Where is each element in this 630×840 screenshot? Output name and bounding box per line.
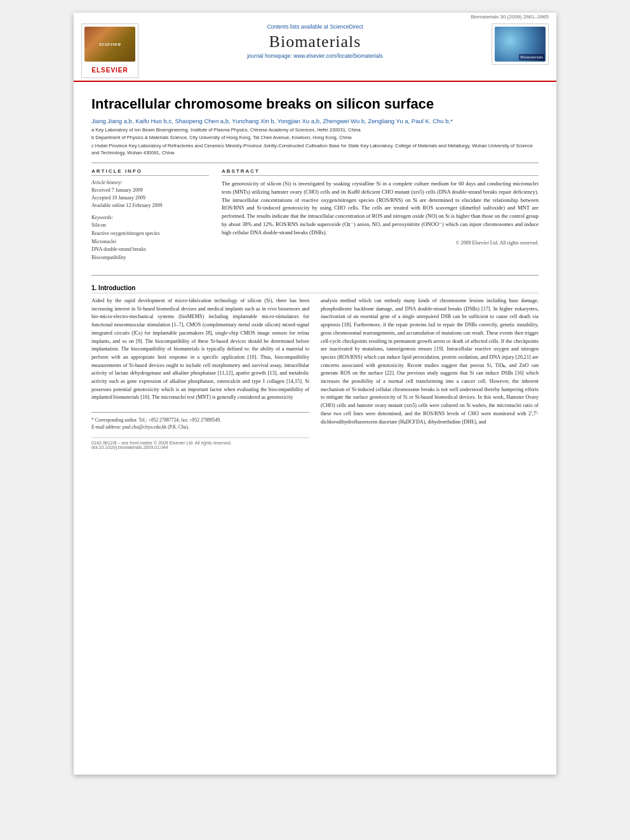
info-abstract-row: ARTICLE INFO Article history: Received 7… xyxy=(91,168,539,267)
keywords-list: Silicon Reactive oxygen/nitrogen species… xyxy=(91,222,209,262)
abstract-col: ABSTRACT The genotoxicity of silicon (Si… xyxy=(222,168,539,267)
abstract-text: The genotoxicity of silicon (Si) is inve… xyxy=(222,180,539,236)
affiliation-c: c Hubei Province Key Laboratory of Refra… xyxy=(91,142,539,157)
sciencedirect-prefix: Contents lists available at xyxy=(267,23,330,30)
affiliation-b: b Department of Physics & Materials Scie… xyxy=(91,134,539,141)
biomaterials-image: Biomaterials xyxy=(495,27,546,62)
journal-title-header: Biomaterials xyxy=(145,32,485,51)
keywords-group: Keywords: Silicon Reactive oxygen/nitrog… xyxy=(91,215,209,262)
journal-header: ELSEVIER ELSEVIER Contents lists availab… xyxy=(74,20,556,82)
keyword-2: Reactive oxygen/nitrogen species xyxy=(91,230,209,238)
keyword-5: Biocompatibility xyxy=(91,254,209,262)
divider-1 xyxy=(91,163,539,163)
biomaterials-logo-area: Biomaterials xyxy=(492,23,549,65)
biomaterials-img-label: Biomaterials xyxy=(519,54,544,60)
authors-text: Jiang Jiang a,b, Kaifu Huo b,c, Shaopeng… xyxy=(91,117,453,124)
authors: Jiang Jiang a,b, Kaifu Huo b,c, Shaopeng… xyxy=(91,117,539,124)
affiliation-a: a Key Laboratory of Ion Beam Bioengineer… xyxy=(91,126,539,133)
page: Biomaterials 30 (2009) 2661–2665 ELSEVIE… xyxy=(74,13,556,775)
copyright-line: © 2009 Elsevier Ltd. All rights reserved… xyxy=(222,240,539,246)
journal-id-text: Biomaterials 30 (2009) 2661–2665 xyxy=(471,14,549,20)
history-group: Article history: Received 7 January 2009… xyxy=(91,180,209,210)
intro-title-text: 1. Introduction xyxy=(91,284,135,291)
journal-homepage: journal homepage: www.elsevier.com/locat… xyxy=(145,53,485,59)
elsevier-image: ELSEVIER xyxy=(84,27,135,62)
journal-id: Biomaterials 30 (2009) 2661–2665 xyxy=(74,13,556,20)
keywords-label: Keywords: xyxy=(91,215,209,220)
intro-col1-paragraph: Aided by the rapid development of micro-… xyxy=(91,297,309,402)
keyword-1: Silicon xyxy=(91,222,209,230)
sciencedirect-line: Contents lists available at ScienceDirec… xyxy=(145,23,485,30)
intro-section-header: 1. Introduction xyxy=(91,284,539,293)
main-content: Intracellular chromosome breaks on silic… xyxy=(74,82,556,462)
accepted-date: Accepted 19 January 2009 xyxy=(91,194,209,202)
elsevier-logo-area: ELSEVIER ELSEVIER xyxy=(81,23,138,78)
two-col-body: Aided by the rapid development of micro-… xyxy=(91,297,539,450)
body-col-left: Aided by the rapid development of micro-… xyxy=(91,297,309,450)
keyword-3: Micronuclei xyxy=(91,238,209,246)
available-date: Available online 12 February 2009 xyxy=(91,202,209,210)
footer-area: 0142-9612/$ – see front matter © 2009 El… xyxy=(91,437,309,450)
footnote-area: * Corresponding author. Tel.: +852 27887… xyxy=(91,412,309,431)
article-info-col: ARTICLE INFO Article history: Received 7… xyxy=(91,168,209,267)
article-title: Intracellular chromosome breaks on silic… xyxy=(91,96,539,112)
divider-2 xyxy=(91,275,539,276)
elsevier-brand-text: ELSEVIER xyxy=(91,67,128,74)
footnote-star: * Corresponding author. Tel.: +852 27887… xyxy=(91,417,309,423)
footer-doi: doi:10.1016/j.biomaterials.2009.01.044 xyxy=(91,445,309,450)
abstract-label: ABSTRACT xyxy=(222,168,539,176)
intro-col2-paragraph: analysis method which can embody many ki… xyxy=(321,297,539,426)
body-col-right: analysis method which can embody many ki… xyxy=(321,297,539,450)
elsevier-brand: ELSEVIER xyxy=(84,63,135,75)
footer-issn: 0142-9612/$ – see front matter © 2009 El… xyxy=(91,441,309,445)
article-info-label: ARTICLE INFO xyxy=(91,168,209,176)
header-center: Contents lists available at ScienceDirec… xyxy=(138,23,492,59)
keyword-4: DNA double-strand breaks xyxy=(91,246,209,254)
intro-col2-text: analysis method which can embody many ki… xyxy=(321,297,539,426)
received-date: Received 7 January 2009 xyxy=(91,187,209,194)
sciencedirect-link-text[interactable]: ScienceDirect xyxy=(330,23,363,30)
affiliations: a Key Laboratory of Ion Beam Bioengineer… xyxy=(91,126,539,156)
history-label: Article history: xyxy=(91,180,209,185)
intro-col1-text: Aided by the rapid development of micro-… xyxy=(91,297,309,402)
footnote-email: E-mail address: paul.chu@cityu.edu.hk (P… xyxy=(91,423,309,430)
